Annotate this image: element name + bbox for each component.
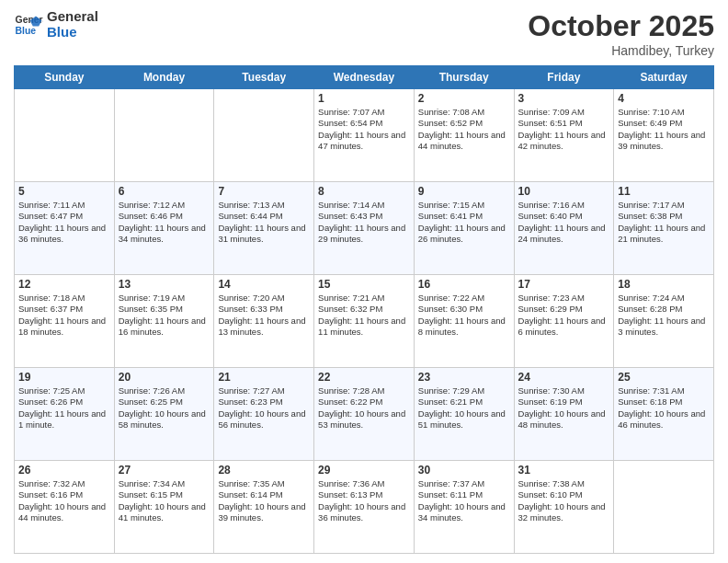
calendar-week-1: 1Sunrise: 7:07 AM Sunset: 6:54 PM Daylig… bbox=[15, 89, 714, 182]
cell-info-text: Sunrise: 7:31 AM Sunset: 6:18 PM Dayligh… bbox=[618, 385, 710, 431]
cell-day-number: 1 bbox=[318, 92, 410, 105]
cell-day-number: 2 bbox=[418, 92, 510, 105]
calendar-cell: 26Sunrise: 7:32 AM Sunset: 6:16 PM Dayli… bbox=[15, 461, 115, 554]
cell-day-number: 5 bbox=[18, 185, 110, 198]
cell-day-number: 23 bbox=[418, 371, 510, 384]
calendar-cell: 24Sunrise: 7:30 AM Sunset: 6:19 PM Dayli… bbox=[514, 368, 614, 461]
cell-day-number: 17 bbox=[518, 278, 610, 291]
calendar-cell: 20Sunrise: 7:26 AM Sunset: 6:25 PM Dayli… bbox=[114, 368, 214, 461]
calendar-cell: 23Sunrise: 7:29 AM Sunset: 6:21 PM Dayli… bbox=[414, 368, 514, 461]
cell-info-text: Sunrise: 7:23 AM Sunset: 6:29 PM Dayligh… bbox=[518, 293, 610, 338]
location: Hamdibey, Turkey bbox=[528, 43, 714, 58]
calendar-cell bbox=[15, 89, 115, 182]
calendar-cell: 10Sunrise: 7:16 AM Sunset: 6:40 PM Dayli… bbox=[514, 182, 614, 275]
cell-info-text: Sunrise: 7:38 AM Sunset: 6:10 PM Dayligh… bbox=[518, 478, 610, 523]
cell-day-number: 27 bbox=[119, 464, 210, 477]
calendar-cell: 4Sunrise: 7:10 AM Sunset: 6:49 PM Daylig… bbox=[614, 89, 714, 182]
calendar-cell: 2Sunrise: 7:08 AM Sunset: 6:52 PM Daylig… bbox=[414, 89, 514, 182]
calendar-header-row: SundayMondayTuesdayWednesdayThursdayFrid… bbox=[15, 66, 714, 89]
day-header-saturday: Saturday bbox=[614, 66, 714, 89]
calendar-cell: 31Sunrise: 7:38 AM Sunset: 6:10 PM Dayli… bbox=[514, 461, 614, 554]
cell-day-number: 3 bbox=[518, 92, 610, 105]
calendar-cell: 22Sunrise: 7:28 AM Sunset: 6:22 PM Dayli… bbox=[314, 368, 415, 461]
cell-info-text: Sunrise: 7:22 AM Sunset: 6:30 PM Dayligh… bbox=[418, 293, 510, 338]
cell-day-number: 14 bbox=[218, 278, 310, 291]
cell-info-text: Sunrise: 7:32 AM Sunset: 6:16 PM Dayligh… bbox=[18, 478, 110, 523]
cell-info-text: Sunrise: 7:26 AM Sunset: 6:25 PM Dayligh… bbox=[119, 385, 210, 431]
cell-info-text: Sunrise: 7:12 AM Sunset: 6:46 PM Dayligh… bbox=[119, 200, 210, 245]
logo-icon: General Blue bbox=[14, 10, 43, 40]
calendar-week-4: 19Sunrise: 7:25 AM Sunset: 6:26 PM Dayli… bbox=[15, 368, 714, 461]
cell-day-number: 9 bbox=[418, 185, 510, 198]
cell-info-text: Sunrise: 7:08 AM Sunset: 6:52 PM Dayligh… bbox=[418, 107, 510, 152]
day-header-wednesday: Wednesday bbox=[314, 66, 415, 89]
calendar-cell: 16Sunrise: 7:22 AM Sunset: 6:30 PM Dayli… bbox=[414, 275, 514, 368]
cell-day-number: 19 bbox=[18, 371, 110, 384]
cell-info-text: Sunrise: 7:13 AM Sunset: 6:44 PM Dayligh… bbox=[218, 200, 310, 245]
logo-blue: Blue bbox=[47, 25, 98, 40]
cell-info-text: Sunrise: 7:24 AM Sunset: 6:28 PM Dayligh… bbox=[618, 293, 710, 338]
day-header-thursday: Thursday bbox=[414, 66, 514, 89]
calendar-cell: 8Sunrise: 7:14 AM Sunset: 6:43 PM Daylig… bbox=[314, 182, 415, 275]
cell-day-number: 28 bbox=[218, 464, 310, 477]
logo: General Blue General Blue bbox=[14, 9, 98, 40]
calendar-cell: 21Sunrise: 7:27 AM Sunset: 6:23 PM Dayli… bbox=[214, 368, 314, 461]
calendar-cell bbox=[614, 461, 714, 554]
cell-day-number: 20 bbox=[119, 371, 210, 384]
cell-day-number: 25 bbox=[618, 371, 710, 384]
cell-info-text: Sunrise: 7:37 AM Sunset: 6:11 PM Dayligh… bbox=[418, 478, 510, 523]
calendar-cell: 15Sunrise: 7:21 AM Sunset: 6:32 PM Dayli… bbox=[314, 275, 415, 368]
cell-info-text: Sunrise: 7:25 AM Sunset: 6:26 PM Dayligh… bbox=[18, 385, 110, 431]
logo-general: General bbox=[47, 9, 98, 25]
calendar-cell: 11Sunrise: 7:17 AM Sunset: 6:38 PM Dayli… bbox=[614, 182, 714, 275]
calendar-cell: 1Sunrise: 7:07 AM Sunset: 6:54 PM Daylig… bbox=[314, 89, 415, 182]
cell-day-number: 12 bbox=[18, 278, 110, 291]
day-header-friday: Friday bbox=[514, 66, 614, 89]
calendar-cell: 18Sunrise: 7:24 AM Sunset: 6:28 PM Dayli… bbox=[614, 275, 714, 368]
cell-day-number: 22 bbox=[318, 371, 410, 384]
calendar-cell bbox=[114, 89, 214, 182]
cell-day-number: 4 bbox=[618, 92, 710, 105]
cell-day-number: 24 bbox=[518, 371, 610, 384]
cell-info-text: Sunrise: 7:35 AM Sunset: 6:14 PM Dayligh… bbox=[218, 478, 310, 523]
cell-info-text: Sunrise: 7:16 AM Sunset: 6:40 PM Dayligh… bbox=[518, 200, 610, 245]
calendar-cell: 13Sunrise: 7:19 AM Sunset: 6:35 PM Dayli… bbox=[114, 275, 214, 368]
cell-day-number: 15 bbox=[318, 278, 410, 291]
calendar-table: SundayMondayTuesdayWednesdayThursdayFrid… bbox=[14, 65, 714, 554]
cell-day-number: 8 bbox=[318, 185, 410, 198]
calendar-cell: 6Sunrise: 7:12 AM Sunset: 6:46 PM Daylig… bbox=[114, 182, 214, 275]
cell-info-text: Sunrise: 7:14 AM Sunset: 6:43 PM Dayligh… bbox=[318, 200, 410, 245]
cell-info-text: Sunrise: 7:11 AM Sunset: 6:47 PM Dayligh… bbox=[18, 200, 110, 245]
cell-day-number: 31 bbox=[518, 464, 610, 477]
calendar-cell bbox=[214, 89, 314, 182]
cell-info-text: Sunrise: 7:19 AM Sunset: 6:35 PM Dayligh… bbox=[119, 293, 210, 338]
cell-info-text: Sunrise: 7:09 AM Sunset: 6:51 PM Dayligh… bbox=[518, 107, 610, 152]
cell-day-number: 21 bbox=[218, 371, 310, 384]
cell-info-text: Sunrise: 7:21 AM Sunset: 6:32 PM Dayligh… bbox=[318, 293, 410, 338]
calendar-cell: 3Sunrise: 7:09 AM Sunset: 6:51 PM Daylig… bbox=[514, 89, 614, 182]
calendar-cell: 25Sunrise: 7:31 AM Sunset: 6:18 PM Dayli… bbox=[614, 368, 714, 461]
cell-day-number: 13 bbox=[119, 278, 210, 291]
header: General Blue General Blue October 2025 H… bbox=[14, 9, 714, 58]
calendar-cell: 12Sunrise: 7:18 AM Sunset: 6:37 PM Dayli… bbox=[15, 275, 115, 368]
cell-day-number: 10 bbox=[518, 185, 610, 198]
calendar-cell: 28Sunrise: 7:35 AM Sunset: 6:14 PM Dayli… bbox=[214, 461, 314, 554]
svg-text:Blue: Blue bbox=[16, 25, 37, 35]
day-header-monday: Monday bbox=[114, 66, 214, 89]
day-header-sunday: Sunday bbox=[15, 66, 115, 89]
cell-info-text: Sunrise: 7:36 AM Sunset: 6:13 PM Dayligh… bbox=[318, 478, 410, 523]
cell-info-text: Sunrise: 7:07 AM Sunset: 6:54 PM Dayligh… bbox=[318, 107, 410, 152]
day-header-tuesday: Tuesday bbox=[214, 66, 314, 89]
cell-info-text: Sunrise: 7:30 AM Sunset: 6:19 PM Dayligh… bbox=[518, 385, 610, 431]
calendar-cell: 14Sunrise: 7:20 AM Sunset: 6:33 PM Dayli… bbox=[214, 275, 314, 368]
cell-info-text: Sunrise: 7:18 AM Sunset: 6:37 PM Dayligh… bbox=[18, 293, 110, 338]
calendar-cell: 5Sunrise: 7:11 AM Sunset: 6:47 PM Daylig… bbox=[15, 182, 115, 275]
calendar-week-5: 26Sunrise: 7:32 AM Sunset: 6:16 PM Dayli… bbox=[15, 461, 714, 554]
calendar-cell: 17Sunrise: 7:23 AM Sunset: 6:29 PM Dayli… bbox=[514, 275, 614, 368]
cell-day-number: 11 bbox=[618, 185, 710, 198]
cell-day-number: 16 bbox=[418, 278, 510, 291]
title-area: October 2025 Hamdibey, Turkey bbox=[528, 9, 714, 58]
cell-day-number: 30 bbox=[418, 464, 510, 477]
calendar-cell: 27Sunrise: 7:34 AM Sunset: 6:15 PM Dayli… bbox=[114, 461, 214, 554]
cell-info-text: Sunrise: 7:29 AM Sunset: 6:21 PM Dayligh… bbox=[418, 385, 510, 431]
